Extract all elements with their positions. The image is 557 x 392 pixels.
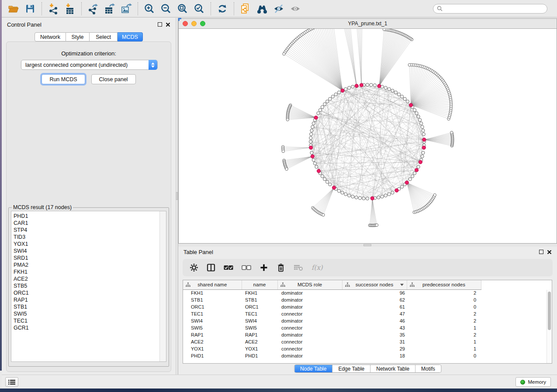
- tab-mcds[interactable]: MCDS: [118, 32, 143, 41]
- column-header-successor-nodes[interactable]: successor nodes: [342, 280, 407, 289]
- import-network-icon[interactable]: [45, 2, 62, 16]
- table-cell[interactable]: 1: [407, 324, 481, 331]
- table-row[interactable]: SWI5SWI5connector431: [183, 324, 481, 331]
- table-scrollbar-thumb[interactable]: [548, 292, 551, 330]
- mcds-result-item[interactable]: YOX1: [11, 241, 166, 248]
- table-cell[interactable]: SWI4: [242, 317, 277, 324]
- mcds-result-item[interactable]: SRD1: [11, 254, 166, 261]
- table-cell[interactable]: 43: [342, 324, 407, 331]
- table-cell[interactable]: 47: [342, 310, 407, 317]
- table-cell[interactable]: ORC1: [242, 303, 277, 310]
- mcds-result-list[interactable]: PHD1CAR1STP4TID3YOX1SWI4SRD1PMA2FKH1ACE2…: [11, 211, 166, 362]
- table-cell[interactable]: 61: [342, 303, 407, 310]
- table-cell[interactable]: FKH1: [183, 289, 242, 296]
- deselect-all-icon[interactable]: [242, 262, 251, 273]
- float-panel-icon[interactable]: [539, 250, 543, 254]
- table-scrollbar[interactable]: [547, 290, 552, 363]
- horizontal-splitter[interactable]: [178, 244, 557, 247]
- table-cell[interactable]: FKH1: [242, 289, 277, 296]
- zoom-fit-icon[interactable]: [174, 2, 191, 16]
- table-cell[interactable]: 0: [407, 303, 481, 310]
- splitter-grip[interactable]: [363, 244, 371, 246]
- table-cell[interactable]: 2: [407, 289, 481, 296]
- tab-motifs[interactable]: Motifs: [415, 365, 441, 372]
- table-cell[interactable]: connector: [277, 324, 342, 331]
- table-cell[interactable]: SWI5: [183, 324, 242, 331]
- table-cell[interactable]: TEC1: [242, 310, 277, 317]
- open-file-icon[interactable]: [5, 2, 22, 16]
- float-panel-icon[interactable]: [158, 22, 162, 27]
- table-cell[interactable]: 31: [342, 338, 407, 345]
- column-selector-icon[interactable]: [207, 262, 215, 273]
- table-cell[interactable]: 0: [407, 296, 481, 303]
- table-cell[interactable]: dominator: [277, 303, 342, 310]
- search-network-icon[interactable]: [254, 2, 270, 16]
- table-row[interactable]: STB1STB1dominator620: [183, 296, 481, 303]
- table-cell[interactable]: YOX1: [242, 345, 277, 352]
- table-cell[interactable]: dominator: [277, 352, 342, 359]
- table-cell[interactable]: PHD1: [242, 352, 277, 359]
- column-header-shared-name[interactable]: shared name: [183, 280, 242, 289]
- run-mcds-button[interactable]: Run MCDS: [42, 74, 85, 84]
- search-box[interactable]: [433, 4, 547, 14]
- table-cell[interactable]: STB1: [183, 296, 242, 303]
- tab-network[interactable]: Network: [35, 32, 66, 41]
- table-cell[interactable]: 96: [342, 289, 407, 296]
- tab-node-table[interactable]: Node Table: [294, 365, 333, 372]
- table-cell[interactable]: STB1: [242, 296, 277, 303]
- export-image-icon[interactable]: [118, 2, 135, 16]
- table-cell[interactable]: ACE2: [183, 338, 242, 345]
- table-cell[interactable]: ORC1: [183, 303, 242, 310]
- network-canvas[interactable]: [178, 29, 557, 244]
- mcds-result-item[interactable]: STB5: [11, 282, 166, 289]
- export-table-icon[interactable]: [101, 2, 118, 16]
- mcds-result-item[interactable]: PMA2: [11, 261, 166, 268]
- show-all-icon[interactable]: [287, 2, 304, 16]
- tab-edge-table[interactable]: Edge Table: [332, 365, 370, 372]
- table-row[interactable]: YOX1YOX1connector291: [183, 345, 481, 352]
- table-cell[interactable]: dominator: [277, 296, 342, 303]
- table-cell[interactable]: 62: [342, 296, 407, 303]
- tab-style[interactable]: Style: [66, 32, 90, 41]
- table-row[interactable]: RAP1RAP1dominator352: [183, 331, 481, 338]
- table-cell[interactable]: PHD1: [183, 352, 242, 359]
- column-header-predecessor-nodes[interactable]: predecessor nodes: [407, 280, 481, 289]
- mcds-result-item[interactable]: TID3: [11, 234, 166, 241]
- mcds-result-item[interactable]: SWI5: [11, 310, 166, 317]
- result-list-scrollbar[interactable]: [159, 211, 166, 361]
- table-cell[interactable]: 46: [342, 317, 407, 324]
- settings-gear-icon[interactable]: [190, 262, 198, 273]
- close-panel-button[interactable]: Close panel: [91, 74, 136, 84]
- mcds-result-item[interactable]: CAR1: [11, 220, 166, 227]
- table-cell[interactable]: 2: [407, 317, 481, 324]
- network-window-titlebar[interactable]: YPA_prune.txt_1: [178, 18, 557, 29]
- mcds-result-item[interactable]: SWI4: [11, 248, 166, 254]
- tab-network-table[interactable]: Network Table: [370, 365, 415, 372]
- hide-selected-icon[interactable]: [270, 2, 287, 16]
- table-cell[interactable]: RAP1: [242, 331, 277, 338]
- table-cell[interactable]: 1: [407, 345, 481, 352]
- table-cell[interactable]: connector: [277, 310, 342, 317]
- mcds-result-item[interactable]: ORC1: [11, 289, 166, 296]
- optimization-criterion-select[interactable]: largest connected component (undirected): [21, 60, 158, 70]
- splitter-grip[interactable]: [176, 192, 178, 200]
- table-cell[interactable]: 2: [407, 310, 481, 317]
- table-cell[interactable]: dominator: [277, 317, 342, 324]
- table-row[interactable]: ORC1ORC1dominator610: [183, 303, 481, 310]
- table-cell[interactable]: dominator: [277, 331, 342, 338]
- table-cell[interactable]: TEC1: [183, 310, 242, 317]
- table-cell[interactable]: 35: [342, 331, 407, 338]
- close-panel-icon[interactable]: [166, 22, 170, 27]
- refresh-view-icon[interactable]: [214, 2, 231, 16]
- zoom-selected-icon[interactable]: [191, 2, 208, 16]
- delete-column-icon[interactable]: [277, 262, 285, 273]
- column-header-mcds-role[interactable]: MCDS role: [277, 280, 342, 289]
- mcds-result-item[interactable]: STB1: [11, 303, 166, 310]
- task-history-button[interactable]: [5, 377, 18, 387]
- mcds-result-item[interactable]: FKH1: [11, 268, 166, 275]
- select-all-icon[interactable]: [224, 262, 233, 273]
- column-header-name[interactable]: name: [242, 280, 277, 289]
- zoom-in-icon[interactable]: [141, 2, 158, 16]
- mcds-result-item[interactable]: GCR1: [11, 324, 166, 331]
- table-cell[interactable]: RAP1: [183, 331, 242, 338]
